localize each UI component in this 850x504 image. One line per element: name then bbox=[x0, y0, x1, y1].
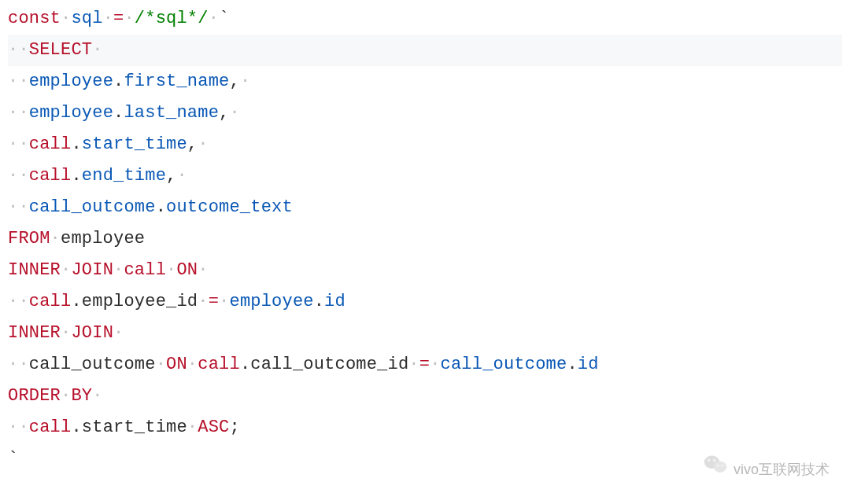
svg-point-2 bbox=[708, 459, 710, 462]
watermark-text: vivo互联网技术 bbox=[734, 454, 830, 485]
var-sql: sql bbox=[71, 9, 102, 28]
code-line-12: ··call_outcome·ON·call.call_outcome_id·=… bbox=[8, 349, 842, 381]
code-line-3: ··employee.first_name,· bbox=[8, 66, 842, 97]
wechat-icon bbox=[704, 454, 727, 485]
backtick-open: ` bbox=[219, 9, 229, 28]
backtick-close: ` bbox=[8, 449, 18, 469]
equals-sign: = bbox=[113, 9, 124, 28]
svg-point-4 bbox=[717, 465, 719, 466]
code-line-2: ··SELECT· bbox=[8, 35, 842, 66]
watermark: vivo互联网技术 bbox=[704, 454, 830, 485]
code-line-11: INNER·JOIN· bbox=[8, 318, 842, 349]
code-line-9: INNER·JOIN·call·ON· bbox=[8, 255, 842, 286]
code-line-13: ORDER·BY· bbox=[8, 381, 842, 412]
code-line-4: ··employee.last_name,· bbox=[8, 97, 842, 129]
code-line-5: ··call.start_time,· bbox=[8, 129, 842, 160]
keyword-select: SELECT bbox=[29, 40, 92, 60]
svg-point-3 bbox=[713, 459, 715, 462]
keyword-from: FROM bbox=[8, 229, 50, 248]
code-line-6: ··call.end_time,· bbox=[8, 160, 842, 192]
code-editor[interactable]: const·sql·=·/*sql*/·` ··SELECT· ··employ… bbox=[0, 0, 850, 475]
keyword-const: const bbox=[8, 9, 61, 28]
code-line-8: FROM·employee bbox=[8, 223, 842, 255]
code-line-1: const·sql·=·/*sql*/·` bbox=[8, 3, 842, 35]
code-line-14: ··call.start_time·ASC; bbox=[8, 412, 842, 443]
comment-sql: /*sql*/ bbox=[135, 9, 209, 28]
svg-point-1 bbox=[714, 462, 727, 473]
code-line-7: ··call_outcome.outcome_text bbox=[8, 192, 842, 223]
svg-point-5 bbox=[722, 465, 723, 466]
code-line-10: ··call.employee_id·=·employee.id bbox=[8, 286, 842, 318]
